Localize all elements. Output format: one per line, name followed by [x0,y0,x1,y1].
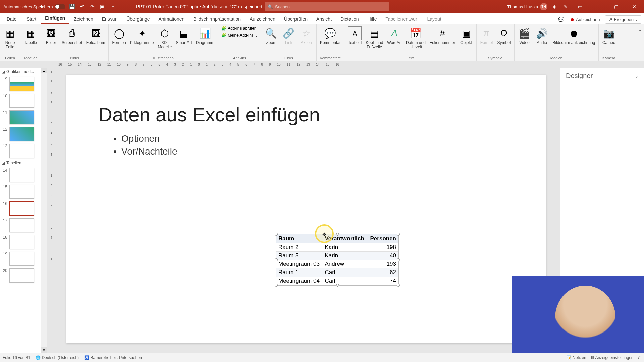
link-button[interactable]: 🔗Link [281,25,297,46]
tab-aufzeichnen[interactable]: Aufzeichnen [246,14,279,24]
3dmodels-button[interactable]: ⬡3D- Modelle [156,25,173,50]
undo-icon[interactable]: ↶ [79,3,86,10]
tab-tabellenentwurf[interactable]: Tabellenentwurf [381,14,422,24]
tab-datei[interactable]: Datei [3,14,22,24]
status-slide-count[interactable]: Folie 16 von 31 [3,355,30,360]
tab-zeichnen[interactable]: Zeichnen [70,14,97,24]
document-title[interactable]: PPT 01 Roter Faden 002.pptx • Auf "diese… [136,4,268,9]
status-display[interactable]: 🖥 Anzeigeeinstellungen [590,355,634,360]
slide-bullets[interactable]: Optionen Vor/Nachteile [113,133,177,159]
section-header[interactable]: ◢ Grafiken mod... [0,68,47,75]
section-header-2[interactable]: ◢ Tabellen [0,159,47,167]
icons-button[interactable]: ✦Piktogramme [129,25,155,46]
designer-collapse-icon[interactable]: ⌄ [635,73,639,79]
status-accessibility[interactable]: ♿ Barrierefreiheit: Untersuchen [84,355,142,360]
tab-uebergaenge[interactable]: Übergänge [122,14,154,24]
resize-handle[interactable] [397,233,400,236]
slide[interactable]: Daten aus Excel einfügen Optionen Vor/Na… [66,75,546,343]
slide-thumbnail-pane[interactable]: ◢ Grafiken mod... 9 10 11 12 13 ◢ Tabell… [0,68,47,353]
presentation-icon[interactable]: ▣ [99,3,106,10]
tab-ansicht[interactable]: Ansicht [312,14,336,24]
slidenumber-button[interactable]: #Foliennummer [428,25,457,46]
embedded-table[interactable]: ✥ Raum Verantwortlich Personen Raum 2Kar… [276,234,398,285]
th-personen[interactable]: Personen [367,234,398,243]
share-button[interactable]: ↗Freigeben⌄ [605,15,641,24]
thumb-17[interactable]: 17 [0,217,47,234]
symbol-button[interactable]: ΩSymbol [496,25,512,46]
thumb-20[interactable]: 20 [0,267,47,284]
equation-button[interactable]: πFormel [479,25,495,46]
new-slide-button[interactable]: ▦Neue Folie [2,25,18,50]
status-notes[interactable]: 📝 Notizen [567,355,586,360]
thumb-11[interactable]: 11 [0,109,47,126]
collapse-ribbon-icon[interactable]: ⌄ [638,26,642,32]
ribbon-options-icon[interactable]: ▭ [573,0,587,13]
object-button[interactable]: ▣Objekt [458,25,474,46]
maximize-icon[interactable]: ▢ [609,0,623,13]
user-account[interactable]: Thomas Hruska TH [507,3,547,10]
tab-einfuegen[interactable]: Einfügen [41,13,69,24]
thumb-14[interactable]: 14 [0,167,47,183]
toggle-switch[interactable] [55,4,65,9]
datetime-button[interactable]: 📅Datum und Uhrzeit [405,25,427,50]
thumb-9[interactable]: 9 [0,75,47,92]
tab-layout[interactable]: Layout [423,14,445,24]
smartart-button[interactable]: ⬓SmartArt [174,25,193,46]
status-lang[interactable]: 🌐 Deutsch (Österreich) [36,355,79,360]
thumb-16[interactable]: 16 [0,200,47,217]
thumb-10[interactable]: 10 [0,92,47,109]
tab-ueberpruefen[interactable]: Überprüfen [280,14,312,24]
resize-handle[interactable] [275,233,278,236]
slide-title[interactable]: Daten aus Excel einfügen [98,103,320,126]
diamond-icon[interactable]: ◈ [551,3,558,10]
screenrec-button[interactable]: ⏺Bildschirmaufzeichnung [551,25,597,46]
video-button[interactable]: 🎬Video [517,25,533,46]
headerfooter-button[interactable]: ▤Kopf- und Fußzeile [364,25,384,50]
comments-icon[interactable]: 💬 [558,16,565,23]
photoalbum-button[interactable]: 🖼Fotoalbum [85,25,107,46]
comment-button[interactable]: 💬Kommentar [319,25,342,46]
autosave-toggle[interactable]: Automatisches Speichern [3,4,65,9]
search-box[interactable]: 🔍 Suchen [265,2,389,11]
images-button[interactable]: 🖼Bilder [43,25,59,46]
resize-handle[interactable] [336,284,339,287]
zoom-button[interactable]: 🔍Zoom [263,25,279,46]
thumb-13[interactable]: 13 [0,142,47,159]
shapes-button[interactable]: ◯Formen [111,25,127,46]
minimize-icon[interactable]: ─ [591,0,605,13]
resize-handle[interactable] [336,233,339,236]
bullet-1[interactable]: Optionen [121,133,177,144]
bullet-2[interactable]: Vor/Nachteile [121,146,177,157]
thumb-12[interactable]: 12 [0,126,47,142]
tab-hilfe[interactable]: Hilfe [363,14,381,24]
table-button[interactable]: ▦Tabelle [22,25,39,46]
thumb-scrollbar[interactable]: ▲▼ [41,68,47,353]
audio-button[interactable]: 🔊Audio [534,25,550,46]
thumb-15[interactable]: 15 [0,183,47,200]
textbox-button[interactable]: ATextfeld [346,25,363,46]
tab-entwurf[interactable]: Entwurf [98,14,122,24]
record-button[interactable]: ⏺Aufzeichnen [567,16,603,23]
thumb-18[interactable]: 18 [0,234,47,250]
save-icon[interactable]: 💾 [69,3,75,10]
screenshot-button[interactable]: ⎙Screenshot [60,25,84,46]
qat-more-icon[interactable]: ⋯ [109,3,116,10]
get-addins-button[interactable]: 🧩Add-Ins abrufen [220,25,259,32]
thumb-19[interactable]: 19 [0,250,47,267]
tab-animationen[interactable]: Animationen [155,14,189,24]
resize-handle[interactable] [275,258,278,261]
chart-button[interactable]: 📊Diagramm [195,25,216,46]
tab-bildschirm[interactable]: Bildschirmpräsentation [189,14,245,24]
redo-icon[interactable]: ↷ [89,3,96,10]
resize-handle[interactable] [275,284,278,287]
pen-icon[interactable]: ✎ [562,3,569,10]
action-button[interactable]: ☆Aktion [298,25,314,46]
my-addins-button[interactable]: 🧩Meine Add-Ins⌄ [220,32,259,38]
close-icon[interactable]: ✕ [627,0,641,13]
slide-canvas[interactable]: Daten aus Excel einfügen Optionen Vor/Na… [56,68,560,353]
resize-handle[interactable] [397,284,400,287]
weather-temp[interactable]: 7° [638,355,641,360]
wordart-button[interactable]: AWordArt [386,25,403,46]
resize-handle[interactable] [397,258,400,261]
tab-dictation[interactable]: Dictation [336,14,363,24]
